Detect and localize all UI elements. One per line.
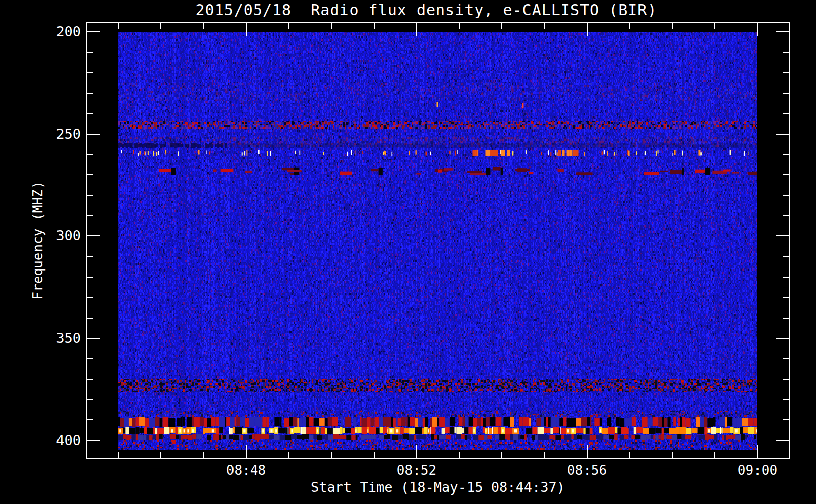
y-tick-mark [86, 358, 93, 359]
y-tick-label: 350 [29, 331, 81, 345]
x-tick-mark-top [757, 22, 758, 36]
y-tick-label: 300 [29, 229, 81, 243]
y-tick-mark [86, 379, 93, 380]
x-tick-mark-top [118, 22, 119, 29]
y-tick-mark [86, 134, 100, 135]
spectrogram-page: 2015/05/18 Radio flux density, e-CALLIST… [0, 0, 816, 504]
x-tick-mark-top [203, 22, 204, 29]
y-tick-mark [86, 235, 100, 236]
x-tick-mark [544, 452, 545, 459]
x-tick-label: 08:48 [206, 463, 286, 477]
y-tick-mark-right [783, 358, 790, 359]
x-tick-mark [288, 452, 289, 459]
y-tick-mark [86, 419, 93, 420]
y-tick-mark [86, 195, 93, 196]
x-tick-mark [501, 452, 502, 459]
y-tick-mark-right [776, 31, 790, 32]
y-tick-mark-right [783, 297, 790, 298]
x-tick-label: 08:52 [376, 463, 457, 477]
x-tick-mark [118, 452, 119, 459]
x-tick-mark [629, 452, 630, 459]
x-tick-mark [757, 445, 758, 459]
y-tick-mark-right [783, 399, 790, 400]
x-tick-mark-top [374, 22, 375, 29]
y-tick-mark [86, 215, 93, 216]
y-tick-mark-right [776, 440, 790, 441]
x-tick-mark-top [501, 22, 502, 29]
x-tick-mark [374, 452, 375, 459]
y-tick-mark [86, 72, 93, 73]
y-tick-mark-right [783, 379, 790, 380]
y-tick-mark-right [783, 174, 790, 175]
x-tick-mark [714, 452, 715, 459]
y-tick-mark-right [783, 154, 790, 155]
plot-title: 2015/05/18 Radio flux density, e-CALLIST… [124, 1, 729, 19]
x-tick-mark [459, 452, 460, 459]
y-tick-mark-right [783, 52, 790, 53]
y-tick-mark-right [783, 195, 790, 196]
x-tick-mark-top [246, 22, 247, 36]
y-tick-mark [86, 174, 93, 175]
x-tick-mark [672, 452, 673, 459]
y-tick-mark [86, 154, 93, 155]
y-tick-mark-right [783, 72, 790, 73]
x-tick-mark-top [629, 22, 630, 29]
y-tick-mark-right [783, 93, 790, 94]
x-tick-label: 08:56 [547, 463, 627, 477]
x-tick-mark-top [331, 22, 332, 29]
y-tick-mark-right [776, 338, 790, 339]
x-tick-mark [203, 452, 204, 459]
x-tick-mark [160, 452, 161, 459]
y-tick-label: 400 [29, 433, 81, 448]
y-tick-label: 250 [29, 127, 81, 141]
x-tick-mark-top [587, 22, 588, 36]
y-tick-mark [86, 440, 100, 441]
x-tick-mark [416, 445, 417, 459]
y-tick-mark [86, 113, 93, 114]
y-tick-mark-right [783, 215, 790, 216]
y-tick-label: 200 [29, 25, 81, 39]
x-tick-mark [587, 445, 588, 459]
y-tick-mark-right [783, 256, 790, 257]
y-tick-mark [86, 338, 100, 339]
x-tick-mark [246, 445, 247, 459]
y-tick-mark [86, 256, 93, 257]
x-tick-mark-top [672, 22, 673, 29]
x-axis-title: Start Time (18-May-15 08:44:37) [236, 479, 639, 495]
y-tick-mark [86, 318, 93, 319]
x-tick-mark [331, 452, 332, 459]
y-tick-mark [86, 52, 93, 53]
y-tick-mark [86, 31, 100, 32]
x-tick-mark-top [459, 22, 460, 29]
y-tick-mark [86, 277, 93, 278]
x-tick-mark-top [160, 22, 161, 29]
y-tick-mark-right [783, 419, 790, 420]
x-tick-mark-top [544, 22, 545, 29]
y-tick-mark-right [783, 277, 790, 278]
spectrogram-heatmap [118, 32, 757, 450]
y-tick-mark-right [776, 134, 790, 135]
y-tick-mark [86, 399, 93, 400]
y-tick-mark-right [783, 113, 790, 114]
x-tick-mark-top [416, 22, 417, 36]
x-tick-label: 09:00 [717, 463, 798, 477]
x-tick-mark-top [714, 22, 715, 29]
y-tick-mark [86, 93, 93, 94]
x-tick-mark-top [288, 22, 289, 29]
y-tick-mark-right [776, 235, 790, 236]
y-tick-mark-right [783, 318, 790, 319]
y-tick-mark [86, 297, 93, 298]
